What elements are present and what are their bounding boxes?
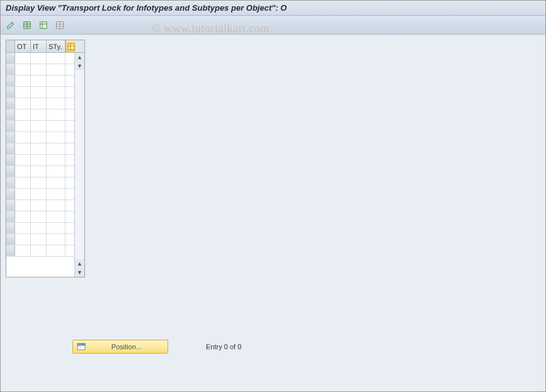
table-row[interactable] [6,234,74,245]
table-config-button[interactable] [65,40,76,52]
table-cell[interactable] [47,223,65,233]
row-selector[interactable] [6,211,15,222]
vertical-scrollbar[interactable]: ▲ ▼ ▲ ▼ [74,53,84,277]
table-row[interactable] [6,211,74,223]
table-cell[interactable] [47,109,65,120]
table-cell[interactable] [15,189,31,199]
table-cell[interactable] [15,132,31,143]
scroll-down-arrow-bottom[interactable]: ▼ [75,268,84,277]
table-cell[interactable] [31,87,47,98]
column-header-ot[interactable]: OT [15,40,31,52]
table-cell[interactable] [47,53,65,64]
table-cell[interactable] [31,121,47,132]
table-row[interactable] [6,177,74,189]
row-selector[interactable] [6,143,15,154]
table-settings-button[interactable] [54,19,66,31]
change-button[interactable] [4,19,17,31]
row-selector[interactable] [6,121,15,132]
table-cell[interactable] [15,223,31,233]
table-cell[interactable] [15,211,31,222]
table-cell[interactable] [15,166,31,177]
table-row[interactable] [6,200,74,211]
row-selector[interactable] [6,189,15,199]
table-row[interactable] [6,64,74,76]
row-selector[interactable] [6,223,15,233]
table-cell[interactable] [47,121,65,132]
table-row[interactable] [6,166,74,177]
table-cell[interactable] [47,189,65,199]
row-selector[interactable] [6,64,15,75]
table-cell[interactable] [47,177,65,188]
table-cell[interactable] [15,143,31,154]
table-cell[interactable] [15,177,31,188]
table-cell[interactable] [31,64,47,75]
column-header-it[interactable]: IT [31,40,47,52]
table-cell[interactable] [47,76,65,86]
table-cell[interactable] [47,64,65,75]
table-cell[interactable] [15,64,31,75]
table-cell[interactable] [47,143,65,154]
table-cell[interactable] [47,98,65,109]
row-selector[interactable] [6,234,15,245]
table-cell[interactable] [15,234,31,245]
table-cell[interactable] [31,200,47,211]
row-selector[interactable] [6,155,15,165]
scroll-down-arrow[interactable]: ▼ [75,62,84,70]
table-cell[interactable] [15,98,31,109]
deselect-all-button[interactable] [37,19,50,31]
position-button[interactable]: Position... [72,340,168,354]
table-cell[interactable] [47,132,65,143]
table-cell[interactable] [31,53,47,64]
select-all-button[interactable] [21,19,33,31]
table-cell[interactable] [47,87,65,98]
column-header-sty[interactable]: STy. [47,40,65,52]
table-cell[interactable] [15,155,31,165]
scroll-up-arrow-bottom[interactable]: ▲ [75,259,84,268]
table-cell[interactable] [15,53,31,64]
row-selector[interactable] [6,53,15,64]
table-row[interactable] [6,143,74,155]
table-cell[interactable] [47,211,65,222]
scroll-track[interactable] [75,70,84,259]
table-cell[interactable] [15,109,31,120]
table-cell[interactable] [31,245,47,256]
table-row[interactable] [6,109,74,121]
table-cell[interactable] [15,121,31,132]
table-row[interactable] [6,121,74,132]
row-selector[interactable] [6,200,15,211]
table-row[interactable] [6,87,74,98]
table-cell[interactable] [31,234,47,245]
table-cell[interactable] [31,211,47,222]
table-cell[interactable] [47,234,65,245]
table-cell[interactable] [31,177,47,188]
table-row[interactable] [6,155,74,166]
row-selector[interactable] [6,245,15,256]
table-row[interactable] [6,189,74,200]
table-cell[interactable] [31,189,47,199]
table-cell[interactable] [31,223,47,233]
table-cell[interactable] [47,166,65,177]
table-cell[interactable] [15,200,31,211]
table-cell[interactable] [31,132,47,143]
table-cell[interactable] [47,245,65,256]
table-cell[interactable] [31,98,47,109]
table-row[interactable] [6,53,74,64]
row-selector[interactable] [6,166,15,177]
row-selector[interactable] [6,76,15,86]
table-row[interactable] [6,98,74,109]
table-cell[interactable] [31,166,47,177]
table-row[interactable] [6,245,74,257]
table-cell[interactable] [47,155,65,165]
table-cell[interactable] [31,143,47,154]
table-row[interactable] [6,132,74,143]
row-selector[interactable] [6,177,15,188]
row-selector-header[interactable] [6,40,15,52]
table-cell[interactable] [31,155,47,165]
table-cell[interactable] [15,76,31,86]
table-row[interactable] [6,223,74,234]
table-row[interactable] [6,76,74,87]
row-selector[interactable] [6,98,15,109]
scroll-up-arrow[interactable]: ▲ [75,53,84,62]
table-cell[interactable] [31,76,47,86]
table-cell[interactable] [31,109,47,120]
